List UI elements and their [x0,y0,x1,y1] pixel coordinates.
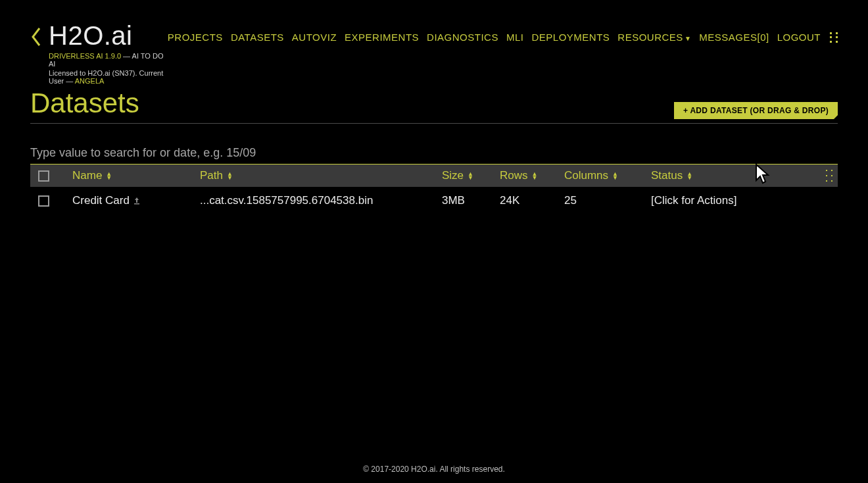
col-header-status[interactable]: Status ▲▼ [651,169,796,182]
current-user: ANGELA [75,77,105,85]
chevron-down-icon: ▼ [685,35,691,42]
cell-columns: 25 [564,194,577,207]
sort-icon: ▲▼ [612,172,618,180]
sort-icon: ▲▼ [106,172,112,180]
col-header-rows-label: Rows [500,169,528,182]
nav-deployments[interactable]: DEPLOYMENTS [530,30,611,44]
col-header-size-label: Size [442,169,464,182]
sort-icon: ▲▼ [227,172,233,180]
col-header-path[interactable]: Path ▲▼ [200,169,442,182]
back-chevron-icon[interactable] [30,25,42,53]
table-row[interactable]: Credit Card ...cat.csv.1585757995.670453… [30,187,838,215]
nav-logout[interactable]: LOGOUT [776,30,822,44]
nav-resources[interactable]: RESOURCES▼ [616,30,692,44]
select-all-checkbox[interactable] [38,170,49,182]
cell-status-actions[interactable]: [Click for Actions] [651,194,736,207]
brand-title: H2O.ai [49,21,166,51]
license-text: Licensed to H2O.ai (SN37). Current User … [49,69,163,85]
brand-subline-2: Licensed to H2O.ai (SN37). Current User … [49,69,166,85]
col-header-rows[interactable]: Rows ▲▼ [500,169,564,182]
column-settings-grip-icon[interactable] [826,170,832,182]
cell-path: ...cat.csv.1585757995.6704538.bin [200,194,373,207]
col-header-size[interactable]: Size ▲▼ [442,169,500,182]
col-header-path-label: Path [200,169,223,182]
nav-diagnostics[interactable]: DIAGNOSTICS [425,30,500,44]
nav-apps-grid-icon[interactable] [830,32,838,43]
nav-experiments[interactable]: EXPERIMENTS [343,30,420,44]
svg-rect-0 [134,203,139,205]
nav-projects[interactable]: PROJECTS [166,30,224,44]
page-title: Datasets [30,88,139,119]
nav-datasets[interactable]: DATASETS [229,30,285,44]
cell-name: Credit Card [72,194,130,207]
col-header-columns-label: Columns [564,169,608,182]
footer-copyright: © 2017-2020 H2O.ai. All rights reserved. [0,465,868,474]
brand-subline-1: DRIVERLESS AI 1.9.0 — AI TO DO AI [49,52,166,68]
sort-icon: ▲▼ [687,172,692,180]
top-nav: PROJECTS DATASETS AUTOVIZ EXPERIMENTS DI… [166,30,838,44]
col-header-name[interactable]: Name ▲▼ [72,169,200,182]
sort-icon: ▲▼ [532,172,538,180]
nav-messages[interactable]: MESSAGES[0] [698,30,770,44]
nav-resources-label: RESOURCES [617,32,683,43]
divider [30,123,838,124]
cell-rows: 24K [500,194,519,207]
brand-version: DRIVERLESS AI 1.9.0 [49,52,121,60]
datasets-table: Name ▲▼ Path ▲▼ Size ▲▼ Rows ▲▼ Columns … [30,164,838,215]
sort-icon: ▲▼ [468,172,473,180]
nav-mli[interactable]: MLI [505,30,525,44]
add-dataset-button[interactable]: + ADD DATASET (OR DRAG & DROP) [674,102,838,119]
table-header-row: Name ▲▼ Path ▲▼ Size ▲▼ Rows ▲▼ Columns … [30,165,838,187]
nav-autoviz[interactable]: AUTOVIZ [291,30,338,44]
cell-size: 3MB [442,194,465,207]
upload-icon [132,196,141,205]
search-input[interactable] [30,146,838,160]
row-checkbox[interactable] [38,195,49,207]
col-header-status-label: Status [651,169,683,182]
col-header-name-label: Name [72,169,102,182]
col-header-columns[interactable]: Columns ▲▼ [564,169,651,182]
